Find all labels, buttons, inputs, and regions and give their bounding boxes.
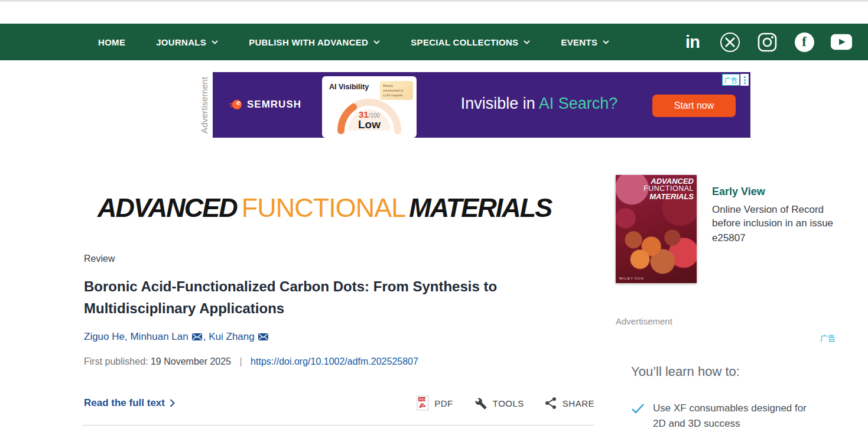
journal-cover-image[interactable]: ADVANCED FUNCTIONAL MATERIALS WILEY-VCH [616, 175, 697, 283]
ad-badges: 广告 [722, 74, 749, 86]
author-link[interactable]: Ziguo He [84, 331, 125, 342]
email-envelope-icon[interactable] [192, 333, 202, 340]
sidebar-ad-item[interactable]: Use XF consumables designed for 2D and 3… [631, 401, 815, 431]
cover-publisher: WILEY-VCH [619, 277, 644, 280]
facebook-icon[interactable]: f [794, 31, 815, 53]
linkedin-icon[interactable]: in [682, 31, 703, 53]
ad-headline: Invisible in AI Search? [437, 95, 641, 113]
checkmark-icon [631, 403, 645, 415]
advertisement-side-label: Advertisement [197, 72, 211, 138]
nav-item-special-collections[interactable]: SPECIAL COLLECTIONS [411, 37, 530, 47]
nav-label: JOURNALS [156, 37, 206, 47]
cover-title: ADVANCED FUNCTIONAL MATERIALS [643, 177, 694, 200]
publication-info: First published: 19 November 2025 | http… [84, 356, 418, 367]
article-type: Review [84, 254, 115, 264]
ad-options-icon[interactable] [740, 74, 749, 86]
article-actions: PDF PDF TOOLS SHARE [428, 395, 594, 411]
page: HOME JOURNALS PUBLISH WITH ADVANCED SPEC… [0, 0, 868, 435]
author-link[interactable]: Minhuan Lan [130, 331, 188, 342]
svg-text:PDF: PDF [420, 398, 427, 401]
ad-cn-badge[interactable]: 广告 [722, 74, 740, 86]
article-title: Boronic Acid-Functionalized Carbon Dots:… [84, 275, 592, 319]
ai-visibility-card: AI Visibility Rarely mentioned in LLM ou… [322, 76, 417, 138]
early-view-status: Early View [712, 186, 765, 198]
nav-item-home[interactable]: HOME [98, 37, 125, 47]
nav-item-publish-with-advanced[interactable]: PUBLISH WITH ADVANCED [249, 37, 380, 47]
author-list: Ziguo He, Minhuan Lan, Kui Zhang [84, 331, 269, 343]
gauge-title: AI Visibility [329, 83, 369, 91]
nav-item-journals[interactable]: JOURNALS [156, 37, 218, 47]
sidebar-ad-cn-badge[interactable]: 广告 [820, 332, 836, 343]
main-nav: HOME JOURNALS PUBLISH WITH ADVANCED SPEC… [0, 24, 868, 60]
article-id: e25807 [712, 232, 746, 244]
gauge-level: Low [322, 118, 417, 131]
doi-link[interactable]: https://doi.org/10.1002/adfm.202525807 [251, 356, 418, 366]
chevron-down-icon [603, 40, 609, 44]
pdf-button[interactable]: PDF PDF [417, 395, 453, 411]
sidebar-advertisement-label: Advertisement [616, 316, 672, 326]
share-nodes-icon [544, 396, 557, 410]
nav-items: HOME JOURNALS PUBLISH WITH ADVANCED SPEC… [98, 37, 609, 47]
x-twitter-icon[interactable] [719, 31, 740, 53]
nav-label: PUBLISH WITH ADVANCED [249, 37, 368, 47]
start-now-button[interactable]: Start now [652, 95, 736, 117]
chevron-down-icon [212, 40, 218, 44]
semrush-logo: SEMRUSH [229, 98, 301, 111]
tools-button[interactable]: TOOLS [473, 396, 524, 410]
top-border [0, 0, 868, 2]
nav-label: EVENTS [561, 37, 597, 47]
author-link[interactable]: Kui Zhang [209, 331, 255, 342]
instagram-icon[interactable] [756, 31, 778, 53]
nav-label: HOME [98, 37, 125, 47]
pdf-file-icon: PDF [417, 395, 429, 411]
email-envelope-icon[interactable] [258, 333, 268, 340]
chevron-down-icon [524, 40, 530, 44]
youtube-icon[interactable] [831, 31, 852, 53]
journal-logo[interactable]: ADVANCEDFUNCTIONALMATERIALS [97, 193, 551, 223]
semrush-ball-icon [229, 98, 242, 111]
ad-banner[interactable]: SEMRUSH AI Visibility Rarely mentioned i… [213, 72, 750, 138]
chevron-right-icon [170, 399, 175, 407]
section-divider [83, 425, 594, 426]
sidebar-ad-heading: You’ll learn how to: [631, 364, 740, 379]
social-links: in f [682, 24, 852, 60]
nav-label: SPECIAL COLLECTIONS [411, 37, 518, 47]
read-full-text-link[interactable]: Read the full text [84, 397, 175, 409]
wrench-icon [473, 396, 487, 410]
nav-item-events[interactable]: EVENTS [561, 37, 609, 47]
early-view-description: Online Version of Record before inclusio… [712, 203, 851, 230]
chevron-down-icon [373, 40, 380, 44]
share-button[interactable]: SHARE [544, 396, 594, 410]
